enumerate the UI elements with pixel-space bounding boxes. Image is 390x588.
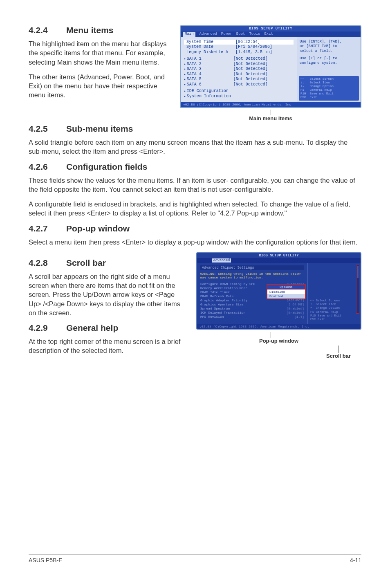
bios-tabs: Main Advanced Power Boot Tools Exit <box>181 31 361 37</box>
bios-left-pane: System Time [06:22:54] System Date [Fri … <box>181 37 297 103</box>
heading-425: 4.2.5Sub-menu items <box>29 124 361 134</box>
adv-keyhelp: ←→ Select Screen ↑↓ Select Item +- Chang… <box>310 299 342 322</box>
heading-428: 4.2.8Scroll bar <box>29 258 186 268</box>
main-menu-items-caption: Main menu items <box>180 115 361 121</box>
para-426-2: A configurable field is enclosed in brac… <box>29 200 361 218</box>
page-footer: ASUS P5B-E 4-11 <box>29 554 361 563</box>
para-424-1: The highlighted item on the menu bar dis… <box>29 39 173 67</box>
bios-main-screenshot: BIOS SETUP UTILITY Main Advanced Power B… <box>180 25 361 121</box>
para-428-1: A scroll bar appears on the right side o… <box>29 272 186 317</box>
para-426-1: These fields show the values for the men… <box>29 176 361 194</box>
bios-advanced-screenshot: BIOS SETUP UTILITY Advanced Advanced Chi… <box>196 252 361 361</box>
heading-424: 4.2.4Menu items <box>29 25 173 35</box>
heading-429: 4.2.9General help <box>29 323 186 333</box>
bios-help-pane: Use [ENTER], [TAB], or [SHIFT-TAB] to se… <box>297 37 361 103</box>
adv-subhead: Advanced Chipset Settings <box>200 265 304 270</box>
footer-right: 4-11 <box>350 557 361 563</box>
scrollbar <box>356 265 359 314</box>
bios-keyhelp: ←→ Select Screen ↑↓ Select Item +- Chang… <box>299 76 359 101</box>
adv-warning: WARNING: Setting wrong values in the sec… <box>200 272 304 280</box>
bios-titlebar: BIOS SETUP UTILITY <box>181 26 361 31</box>
para-427-1: Select a menu item then press <Enter> to… <box>29 238 361 247</box>
adv-tabs: Advanced <box>197 258 361 263</box>
bios-footer: v02.58 (C)Copyright 1985-2006, American … <box>181 102 361 107</box>
popup-window: Options Disabled Enabled <box>267 284 306 299</box>
adv-titlebar: BIOS SETUP UTILITY <box>197 253 361 258</box>
scrollbar-caption: Scroll bar <box>196 353 361 359</box>
para-425-1: A solid triangle before each item on any… <box>29 138 361 156</box>
popup-caption: Pop-up window <box>196 338 361 344</box>
adv-footer: v02.58 (C)Copyright 1985-2006, American … <box>197 324 361 329</box>
para-429-1: At the top right corner of the menu scre… <box>29 337 186 355</box>
heading-426: 4.2.6Configuration fields <box>29 162 361 172</box>
para-424-2: The other items (Advanced, Power, Boot, … <box>29 72 173 100</box>
heading-427: 4.2.7Pop-up window <box>29 224 361 233</box>
footer-left: ASUS P5B-E <box>29 557 62 563</box>
